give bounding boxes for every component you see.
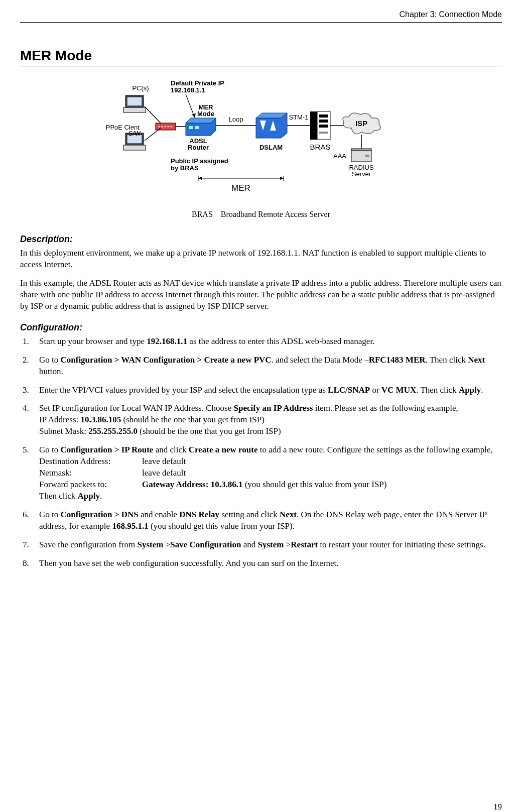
svg-point-11 <box>162 126 163 128</box>
svg-marker-29 <box>192 113 196 118</box>
svg-text:AAA: AAA <box>333 152 346 160</box>
config-step-8: Then you have set the web configuration … <box>31 558 502 569</box>
config-step-2: Go to Configuration > WAN Configuration … <box>31 355 502 378</box>
svg-rect-1 <box>127 97 142 106</box>
svg-marker-61 <box>280 177 284 180</box>
page-header: Chapter 3: Connection Mode <box>20 10 502 23</box>
diagram-caption: BRAS Broadband Remote Access Server <box>20 210 502 219</box>
svg-text:S/W: S/W <box>128 130 141 137</box>
svg-rect-6 <box>123 145 146 150</box>
config-step-1: Start up your browser and type 192.168.1… <box>31 336 502 347</box>
svg-rect-42 <box>319 120 328 123</box>
svg-marker-18 <box>186 118 216 123</box>
configuration-list: Start up your browser and type 192.168.1… <box>20 336 502 569</box>
description-p2: In this example, the ADSL Router acts as… <box>20 278 502 312</box>
network-diagram: PC(s) PPPoE Clent S/W ADSL Router MER Mo… <box>20 75 502 219</box>
svg-text:PC(s): PC(s) <box>132 84 149 92</box>
svg-point-14 <box>171 126 172 128</box>
config-step-5: Go to Configuration > IP Route and click… <box>31 444 502 502</box>
svg-text:BRAS: BRAS <box>310 143 331 151</box>
chapter-title: Chapter 3: Connection Mode <box>399 10 502 19</box>
svg-point-12 <box>165 126 166 128</box>
svg-text:Public IP assigned: Public IP assigned <box>171 157 228 165</box>
svg-text:DSLAM: DSLAM <box>259 144 283 151</box>
svg-text:MER: MER <box>231 183 250 193</box>
caption-abbr: BRAS <box>192 210 213 218</box>
svg-point-10 <box>159 126 160 128</box>
svg-rect-2 <box>123 107 146 112</box>
config-step-3: Enter the VPI/VCI values provided by you… <box>31 385 502 396</box>
svg-rect-39 <box>310 111 317 140</box>
config-step-6: Go to Configuration > DNS and enable DNS… <box>31 509 502 532</box>
svg-rect-19 <box>189 126 193 129</box>
page-title: MER Mode <box>20 48 502 66</box>
description-heading: Description: <box>20 234 502 245</box>
svg-line-15 <box>145 106 161 123</box>
svg-line-16 <box>145 128 161 141</box>
svg-text:Loop: Loop <box>229 115 243 123</box>
svg-text:ISP: ISP <box>355 119 367 128</box>
config-step-7: Save the configuration from System >Save… <box>31 539 502 551</box>
svg-text:Server: Server <box>352 170 371 178</box>
page-number: 19 <box>493 802 502 812</box>
svg-text:Default Private IP: Default Private IP <box>171 79 224 87</box>
svg-rect-43 <box>319 125 328 128</box>
config-step-4: Set IP configuration for Local WAN IP Ad… <box>31 403 502 437</box>
svg-line-28 <box>186 94 195 118</box>
svg-rect-51 <box>365 155 369 157</box>
svg-text:by BRAS: by BRAS <box>171 164 199 172</box>
svg-point-13 <box>168 126 169 128</box>
svg-rect-20 <box>195 126 199 129</box>
svg-text:Router: Router <box>188 144 209 151</box>
svg-text:STM-1: STM-1 <box>289 113 309 121</box>
caption-text: Broadband Remote Access Server <box>221 210 330 218</box>
svg-rect-41 <box>319 114 328 118</box>
description-p1: In this deployment environment, we make … <box>20 248 502 271</box>
configuration-heading: Configuration: <box>20 322 502 333</box>
svg-text:192.168.1.1: 192.168.1.1 <box>171 86 205 94</box>
svg-text:Mode: Mode <box>197 110 214 118</box>
svg-rect-44 <box>319 132 328 134</box>
svg-marker-60 <box>198 177 202 180</box>
svg-rect-50 <box>351 149 371 151</box>
